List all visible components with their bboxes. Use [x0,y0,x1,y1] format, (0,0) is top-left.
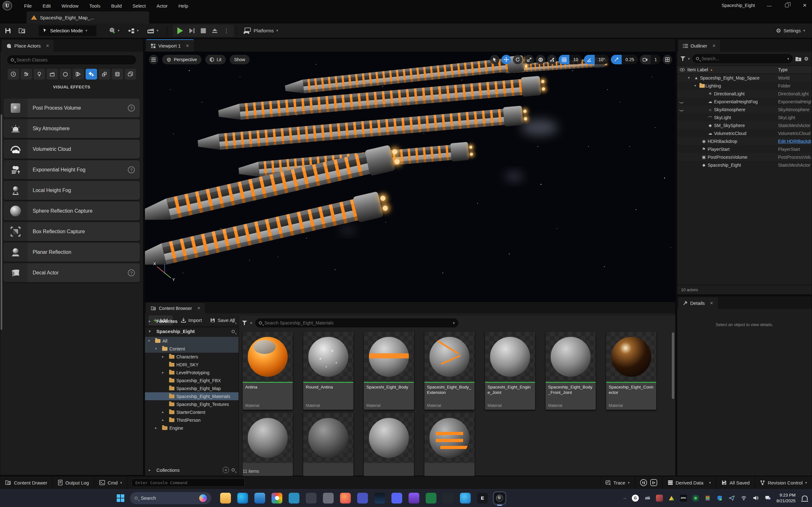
place-actor-box-reflection-capture[interactable]: Box Reflection Capture [3,222,140,241]
show-dropdown[interactable]: Show [230,55,250,64]
asset-tile-body-front-joint[interactable]: Spaceship_Eight_Body_Front_JointMaterial [546,332,596,410]
grid-snap-value[interactable]: 10 [569,55,582,64]
lit-dropdown[interactable]: Lit [205,55,226,64]
category-shapes-icon[interactable] [60,69,71,79]
filter-icon[interactable] [680,56,686,61]
stop-button[interactable] [201,28,206,33]
taskbar-icon-epic-games[interactable]: E [477,493,488,504]
menu-tools[interactable]: Tools [89,3,100,9]
content-drawer-button[interactable]: Content Drawer [0,476,53,489]
outliner-row[interactable]: ◆SM_SkySphereStaticMeshActor [677,121,812,129]
outliner-row[interactable]: ◆Spaceship_EightStaticMeshActor [677,161,812,169]
taskbar-icon-steam[interactable] [374,493,385,504]
add-collection-icon[interactable]: + [223,467,229,473]
minimize-button[interactable]: — [764,1,774,9]
asset-tile-round-antina[interactable]: Round_AntinaMaterial [303,332,353,410]
tab-viewport-1[interactable]: Viewport 1 ✕ [146,39,194,52]
category-recent-icon[interactable] [8,69,19,79]
rotation-snap-control[interactable]: 10° [584,55,609,64]
column-item-label[interactable]: Item Label [687,67,708,72]
taskbar-icon-phone-link[interactable] [306,493,316,504]
asset-tile[interactable] [424,413,474,480]
place-actor-sphere-reflection-capture[interactable]: Sphere Reflection Capture [3,202,140,221]
world-coordinate-toggle[interactable] [536,55,545,64]
tree-folder-textures[interactable]: Spaceship_Eight_Textures [145,400,239,408]
help-icon[interactable]: ? [128,105,135,112]
tree-folder-levelprototyping[interactable]: ▸LevelPrototyping [145,369,239,377]
place-actor-sky-atmosphere[interactable]: Sky Atmosphere [3,119,140,138]
asset-tile[interactable] [303,413,353,480]
outliner-row[interactable]: ▾▲Spaceship_Eight_Map_SpaceWorld [677,74,812,82]
tray-icon-paper-plane[interactable] [728,495,735,502]
revision-control-dropdown[interactable]: Revision Control▾ [755,476,812,489]
tab-details[interactable]: Details ✕ [678,297,718,309]
taskbar-icon-browser[interactable] [340,493,351,504]
menu-build[interactable]: Build [111,3,121,9]
taskbar-icon-unreal-editor-active[interactable]: U [494,493,505,504]
search-classes-input[interactable] [16,57,133,62]
start-button[interactable] [114,492,127,504]
tray-icon-chat[interactable] [764,495,771,502]
surface-snapping-toggle[interactable] [547,55,557,64]
maximize-viewport-toggle[interactable] [663,55,672,64]
close-icon[interactable]: ✕ [46,43,49,48]
filter-icon[interactable] [242,321,247,325]
category-geometry-icon[interactable] [99,69,110,79]
outliner-row[interactable]: ◠SkyLightSkyLight [677,113,812,121]
cinematics-dropdown[interactable]: ▾ [147,27,159,34]
taskbar-icon-teams[interactable] [357,493,368,504]
tray-icon-antivirus[interactable] [692,495,699,502]
menu-actor[interactable]: Actor [156,3,167,9]
derived-data-dropdown[interactable]: Derived Data▾ [662,476,716,489]
close-icon[interactable]: ✕ [186,43,189,48]
asset-tile-engine-joint[interactable]: Spaceshi_Eight_Engine_JointMaterial [485,332,535,410]
perspective-dropdown[interactable]: Perspective [162,55,201,64]
taskbar-icon-sheets[interactable] [426,493,437,504]
close-button[interactable]: ✕ [800,1,809,9]
category-visual-effects-icon[interactable] [86,69,97,79]
outliner-row[interactable]: ⚑PlayerStartPlayerStart [677,145,812,153]
close-icon[interactable]: ✕ [712,43,716,48]
scale-snap-icon[interactable] [611,55,622,64]
play-button[interactable] [177,27,183,34]
eject-button[interactable] [212,27,218,34]
notification-bell-icon[interactable] [802,496,808,501]
wifi-icon[interactable] [740,495,747,502]
outliner-row[interactable]: ☁VolumetricCloudVolumetricCloud [677,129,812,137]
tree-folder-engine[interactable]: ▸Engine [145,424,239,432]
outliner-row[interactable]: ▣PostProcessVolumePostProcessVolume [677,153,812,161]
tree-folder-characters[interactable]: ▸Characters [145,353,239,360]
tree-folder-hdri-sky[interactable]: HDRI_SKY [145,360,239,369]
taskbar-icon-file-explorer[interactable] [220,493,231,504]
blueprints-dropdown[interactable]: ▾ [128,27,139,34]
grid-snap-icon[interactable] [559,55,569,64]
asset-grid-scrollbar[interactable] [672,332,674,399]
category-cinematic-icon[interactable] [47,69,58,79]
scale-snap-value[interactable]: 0.25 [622,55,638,64]
maximize-button[interactable] [782,1,792,9]
unreal-logo-icon[interactable]: U [3,1,12,10]
search-classes-field[interactable] [7,55,136,64]
asset-tile-connector[interactable]: Spaceship_Eight_ConnectorMaterial [606,332,656,410]
frame-skip-button[interactable] [189,27,195,34]
camera-icon[interactable] [640,55,651,64]
output-log-button[interactable]: Output Log [53,476,94,489]
tree-folder-thirdperson[interactable]: ▸ThirdPerson [145,416,239,424]
asset-tile-body[interactable]: Spaceshi_Eight_BodyMaterial [364,332,414,410]
tray-icon-g[interactable]: G [632,495,639,502]
menu-select[interactable]: Select [133,3,146,9]
copilot-icon[interactable] [199,494,207,502]
source-header[interactable]: ▾ Spaceship_Eight [145,326,239,336]
taskbar-icon-telegram[interactable] [460,493,471,504]
tray-icon-defender-shield[interactable] [716,495,723,502]
taskbar-icon-edge[interactable] [237,493,248,504]
place-actor-decal-actor[interactable]: Decal Actor ? [3,263,140,282]
menu-file[interactable]: File [24,3,32,9]
tray-icon-adobe[interactable] [656,495,663,502]
hidden-eye-icon[interactable] [679,101,684,103]
console-command-field[interactable] [132,478,245,487]
tree-folder-content[interactable]: ▾Content [145,345,239,353]
save-icon[interactable] [4,27,11,34]
tray-icon-onedrive[interactable] [644,495,651,502]
volume-icon[interactable] [752,495,759,502]
